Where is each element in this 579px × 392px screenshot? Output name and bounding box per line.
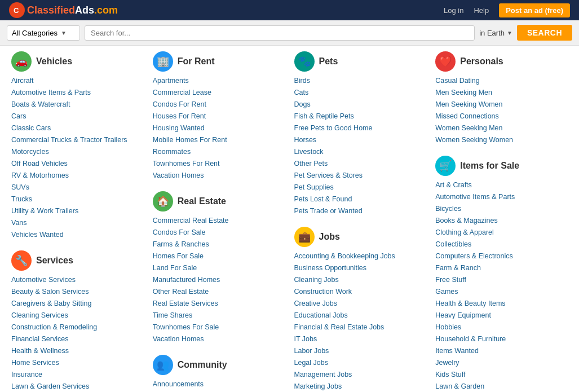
link-household-furniture[interactable]: Household & Furniture bbox=[435, 335, 506, 343]
link-free-stuff[interactable]: Free Stuff bbox=[435, 276, 466, 284]
link-collectibles[interactable]: Collectibles bbox=[435, 240, 471, 248]
link-fish-reptile-pets[interactable]: Fish & Reptile Pets bbox=[294, 112, 354, 120]
link-labor-jobs[interactable]: Labor Jobs bbox=[294, 347, 329, 355]
link-automotive-items-parts[interactable]: Automotive Items & Parts bbox=[435, 193, 515, 201]
link-financial-real-estate-jobs[interactable]: Financial & Real Estate Jobs bbox=[294, 323, 384, 331]
link-townhomes-for-rent[interactable]: Townhomes For Rent bbox=[153, 160, 220, 168]
link-items-wanted[interactable]: Items Wanted bbox=[435, 347, 479, 355]
link-clothing-apparel[interactable]: Clothing & Apparel bbox=[435, 228, 494, 236]
link-apartments[interactable]: Apartments bbox=[153, 77, 189, 85]
link-art-crafts[interactable]: Art & Crafts bbox=[435, 181, 472, 189]
link-other-real-estate[interactable]: Other Real Estate bbox=[153, 288, 209, 296]
link-commercial-real-estate[interactable]: Commercial Real Estate bbox=[153, 217, 229, 224]
link-pet-supplies[interactable]: Pet Supplies bbox=[294, 183, 334, 191]
link-men-seeking-women[interactable]: Men Seeking Women bbox=[435, 100, 502, 108]
link-houses-for-rent[interactable]: Houses For Rent bbox=[153, 112, 206, 120]
link-kids-stuff[interactable]: Kids Stuff bbox=[435, 371, 465, 378]
link-construction-remodeling[interactable]: Construction & Remodeling bbox=[11, 323, 97, 331]
link-real-estate-services[interactable]: Real Estate Services bbox=[153, 299, 218, 307]
category-select[interactable]: All Categories ▼ bbox=[7, 25, 80, 41]
link-livestock[interactable]: Livestock bbox=[294, 148, 324, 156]
link-trucks[interactable]: Trucks bbox=[11, 195, 32, 203]
link-mobile-homes-for-rent[interactable]: Mobile Homes For Rent bbox=[153, 136, 227, 144]
link-automotive-items-parts[interactable]: Automotive Items & Parts bbox=[11, 89, 91, 96]
link-women-seeking-men[interactable]: Women Seeking Men bbox=[435, 124, 502, 132]
link-beauty-salon-services[interactable]: Beauty & Salon Services bbox=[11, 288, 89, 296]
link-cats[interactable]: Cats bbox=[294, 89, 309, 96]
link-vehicles-wanted[interactable]: Vehicles Wanted bbox=[11, 231, 64, 239]
link-home-services[interactable]: Home Services bbox=[11, 359, 59, 367]
link-other-pets[interactable]: Other Pets bbox=[294, 160, 328, 168]
post-ad-button[interactable]: Post an ad (free) bbox=[499, 3, 570, 17]
help-link[interactable]: Help bbox=[474, 6, 489, 15]
link-condos-for-sale[interactable]: Condos For Sale bbox=[153, 228, 206, 236]
link-aircraft[interactable]: Aircraft bbox=[11, 77, 34, 85]
link-men-seeking-men[interactable]: Men Seeking Men bbox=[435, 89, 492, 96]
link-educational-jobs[interactable]: Educational Jobs bbox=[294, 311, 348, 319]
link-classic-cars[interactable]: Classic Cars bbox=[11, 124, 51, 132]
link-free-pets-to-good-home[interactable]: Free Pets to Good Home bbox=[294, 124, 373, 132]
location-selector[interactable]: in Earth ▼ bbox=[479, 29, 512, 37]
link-commercial-trucks-tractor-trailers[interactable]: Commercial Trucks & Tractor Trailers bbox=[11, 136, 127, 144]
link-housing-wanted[interactable]: Housing Wanted bbox=[153, 124, 205, 132]
link-caregivers-baby-sitting[interactable]: Caregivers & Baby Sitting bbox=[11, 299, 91, 307]
link-computers-electronics[interactable]: Computers & Electronics bbox=[435, 252, 513, 260]
link-announcements[interactable]: Announcements bbox=[153, 380, 204, 388]
link-lawn-garden[interactable]: Lawn & Garden bbox=[435, 382, 484, 390]
link-hobbies[interactable]: Hobbies bbox=[435, 323, 461, 331]
link-marketing-jobs[interactable]: Marketing Jobs bbox=[294, 382, 342, 390]
link-birds[interactable]: Birds bbox=[294, 77, 310, 85]
link-insurance[interactable]: Insurance bbox=[11, 371, 42, 378]
link-health-wellness[interactable]: Health & Wellness bbox=[11, 347, 69, 355]
link-pets-trade-or-wanted[interactable]: Pets Trade or Wanted bbox=[294, 207, 363, 215]
link-business-opportunities[interactable]: Business Opportunities bbox=[294, 264, 367, 272]
link-townhomes-for-sale[interactable]: Townhomes For Sale bbox=[153, 323, 219, 331]
link-jewelry[interactable]: Jewelry bbox=[435, 359, 459, 367]
link-time-shares[interactable]: Time Shares bbox=[153, 311, 192, 319]
link-condos-for-rent[interactable]: Condos For Rent bbox=[153, 100, 206, 108]
link-casual-dating[interactable]: Casual Dating bbox=[435, 77, 480, 85]
link-horses[interactable]: Horses bbox=[294, 136, 317, 144]
link-games[interactable]: Games bbox=[435, 288, 458, 296]
link-commercial-lease[interactable]: Commercial Lease bbox=[153, 89, 211, 96]
search-input[interactable] bbox=[85, 25, 475, 41]
link-utility-work-trailers[interactable]: Utility & Work Trailers bbox=[11, 207, 78, 215]
link-vacation-homes[interactable]: Vacation Homes bbox=[153, 335, 204, 343]
link-financial-services[interactable]: Financial Services bbox=[11, 335, 68, 343]
login-link[interactable]: Log in bbox=[444, 6, 463, 15]
link-legal-jobs[interactable]: Legal Jobs bbox=[294, 359, 328, 367]
link-farm-ranch[interactable]: Farm & Ranch bbox=[435, 264, 481, 272]
link-boats-watercraft[interactable]: Boats & Watercraft bbox=[11, 100, 70, 108]
link-farms-ranches[interactable]: Farms & Ranches bbox=[153, 240, 209, 248]
link-motorcycles[interactable]: Motorcycles bbox=[11, 148, 49, 156]
link-rv-motorhomes[interactable]: RV & Motorhomes bbox=[11, 171, 69, 179]
link-dogs[interactable]: Dogs bbox=[294, 100, 311, 108]
link-off-road-vehicles[interactable]: Off Road Vehicles bbox=[11, 160, 68, 168]
link-cleaning-jobs[interactable]: Cleaning Jobs bbox=[294, 276, 339, 284]
link-health-beauty-items[interactable]: Health & Beauty Items bbox=[435, 299, 505, 307]
link-pets-lost-found[interactable]: Pets Lost & Found bbox=[294, 195, 352, 203]
link-lawn-garden-services[interactable]: Lawn & Garden Services bbox=[11, 382, 89, 390]
link-missed-connections[interactable]: Missed Connections bbox=[435, 112, 499, 120]
link-heavy-equipment[interactable]: Heavy Equipment bbox=[435, 311, 491, 319]
link-it-jobs[interactable]: IT Jobs bbox=[294, 335, 317, 343]
link-manufactured-homes[interactable]: Manufactured Homes bbox=[153, 276, 220, 284]
link-land-for-sale[interactable]: Land For Sale bbox=[153, 264, 197, 272]
link-women-seeking-women[interactable]: Women Seeking Women bbox=[435, 136, 513, 144]
link-roommates[interactable]: Roommates bbox=[153, 148, 191, 156]
link-cars[interactable]: Cars bbox=[11, 112, 26, 120]
link-vacation-homes[interactable]: Vacation Homes bbox=[153, 171, 204, 179]
link-vans[interactable]: Vans bbox=[11, 219, 27, 227]
link-accounting-bookkeeping-jobs[interactable]: Accounting & Bookkeeping Jobs bbox=[294, 252, 395, 260]
link-books-magazines[interactable]: Books & Magazines bbox=[435, 217, 497, 224]
link-homes-for-sale[interactable]: Homes For Sale bbox=[153, 252, 204, 260]
link-pet-services-stores[interactable]: Pet Services & Stores bbox=[294, 171, 363, 179]
link-management-jobs[interactable]: Management Jobs bbox=[294, 371, 352, 378]
link-construction-work[interactable]: Construction Work bbox=[294, 288, 352, 296]
search-button[interactable]: SEARCH bbox=[517, 25, 572, 41]
link-bicycles[interactable]: Bicycles bbox=[435, 205, 461, 213]
link-cleaning-services[interactable]: Cleaning Services bbox=[11, 311, 68, 319]
link-automotive-services[interactable]: Automotive Services bbox=[11, 276, 76, 284]
link-creative-jobs[interactable]: Creative Jobs bbox=[294, 299, 337, 307]
link-suvs[interactable]: SUVs bbox=[11, 183, 29, 191]
